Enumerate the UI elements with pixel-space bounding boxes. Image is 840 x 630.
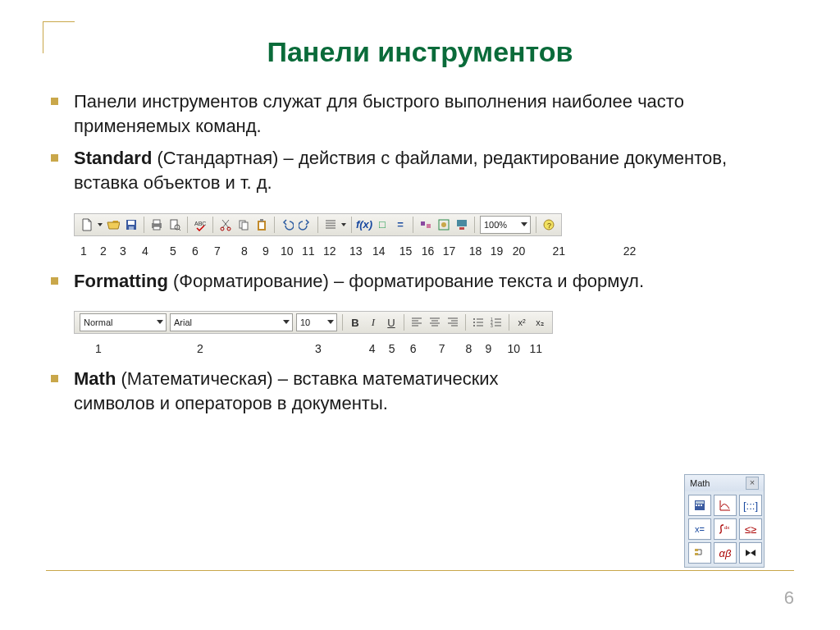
formatting-toolbar: Normal Arial 10 B I U 123 x² x₂ (74, 311, 553, 334)
calculator-icon[interactable] (688, 495, 711, 516)
separator (144, 217, 144, 233)
new-doc-icon[interactable] (78, 216, 96, 234)
font-value: Arial (174, 317, 192, 327)
svg-rect-16 (421, 221, 425, 226)
boolean-icon[interactable]: ≤≥ (739, 518, 762, 540)
separator (509, 314, 509, 331)
math-palette: Math × [:::] x= dx ≤≥ αβ (684, 474, 765, 568)
print-icon[interactable] (148, 216, 166, 234)
standard-toolbar: ABC f(x) □ = 100% ? (74, 213, 562, 236)
function-icon[interactable]: f(x) (355, 216, 373, 234)
bullet-list: Math (Математическая) – вставка математи… (46, 367, 555, 415)
math-palette-titlebar[interactable]: Math × (685, 475, 764, 491)
svg-rect-15 (260, 219, 263, 221)
symbolic-icon[interactable] (739, 542, 762, 564)
slide-title: Панели инструментов (46, 36, 794, 68)
svg-rect-33 (698, 504, 700, 506)
svg-rect-21 (459, 227, 464, 230)
separator (351, 217, 352, 233)
bullets-icon[interactable] (469, 313, 487, 331)
svg-point-26 (473, 325, 475, 326)
component-icon[interactable] (417, 216, 435, 234)
align-center-icon[interactable] (426, 313, 444, 331)
style-value: Normal (84, 317, 112, 327)
formatting-index-row: 1 2 3 456 7 89 1011 (74, 342, 794, 355)
matrix-icon[interactable]: [:::] (739, 495, 762, 516)
greek-icon[interactable]: αβ (714, 542, 737, 564)
bullet-bold: Formatting (74, 271, 168, 291)
evaluation-icon[interactable]: x= (688, 518, 711, 540)
separator (465, 314, 466, 331)
corner-decoration (43, 21, 75, 53)
svg-point-25 (473, 322, 475, 323)
underline-icon[interactable]: U (382, 313, 400, 331)
equals-icon[interactable]: = (391, 216, 409, 234)
footer-rule (46, 570, 794, 571)
svg-rect-1 (128, 221, 135, 225)
svg-rect-20 (457, 220, 467, 226)
separator (342, 314, 343, 331)
superscript-icon[interactable]: x² (513, 313, 531, 331)
fontsize-combo[interactable]: 10 (296, 313, 337, 331)
svg-rect-5 (153, 226, 160, 230)
align-icon[interactable] (322, 216, 340, 234)
fontsize-value: 10 (300, 317, 310, 327)
copy-icon[interactable] (235, 216, 253, 234)
style-combo[interactable]: Normal (80, 313, 167, 331)
svg-rect-17 (427, 224, 431, 228)
cut-icon[interactable] (217, 216, 235, 234)
standard-index-row: 1234 567 89101112 1314 151617 181920 21 … (74, 244, 794, 258)
bullet-text: (Стандартная) – действия с файлами, реда… (74, 148, 727, 193)
bullet-text: (Форматирование) – форматирование текста… (168, 271, 644, 291)
bullet-item: Панели инструментов служат для быстрого … (46, 89, 794, 138)
svg-rect-37 (695, 553, 698, 555)
separator (317, 217, 318, 233)
slide: Панели инструментов Панели инструментов … (0, 0, 840, 630)
svg-point-19 (441, 222, 446, 227)
programming-icon[interactable] (688, 542, 711, 564)
spellcheck-icon[interactable]: ABC (191, 216, 209, 234)
graph-icon[interactable] (714, 495, 737, 516)
svg-rect-36 (695, 549, 698, 551)
insert-object-icon[interactable] (435, 216, 453, 234)
svg-text:3: 3 (491, 323, 493, 328)
undo-icon[interactable] (278, 216, 296, 234)
help-icon[interactable]: ? (540, 216, 558, 234)
separator (274, 217, 275, 233)
bullet-item: Math (Математическая) – вставка математи… (46, 367, 555, 415)
svg-rect-14 (259, 222, 264, 229)
bullet-item: Standard (Стандартная) – действия с файл… (46, 146, 794, 194)
svg-text:dx: dx (724, 525, 729, 530)
print-preview-icon[interactable] (166, 216, 184, 234)
svg-text:ABC: ABC (194, 221, 206, 226)
unit-icon[interactable]: □ (373, 216, 391, 234)
calculus-icon[interactable]: dx (714, 518, 737, 540)
zoom-combo[interactable]: 100% (480, 216, 531, 234)
align-dropdown[interactable] (340, 216, 348, 234)
redo-icon[interactable] (296, 216, 314, 234)
paste-icon[interactable] (253, 216, 271, 234)
close-icon[interactable]: × (746, 477, 759, 490)
bullet-bold: Standard (74, 148, 152, 168)
numbering-icon[interactable]: 123 (487, 313, 505, 331)
bullet-bold: Math (74, 368, 116, 389)
italic-icon[interactable]: I (364, 313, 382, 331)
save-icon[interactable] (122, 216, 140, 234)
font-combo[interactable]: Arial (170, 313, 293, 331)
bullet-list: Formatting (Форматирование) – форматиров… (46, 269, 794, 294)
svg-point-24 (473, 318, 475, 320)
page-number: 6 (784, 587, 794, 609)
subscript-icon[interactable]: x₂ (531, 313, 549, 331)
insert-component-icon[interactable] (453, 216, 471, 234)
bold-icon[interactable]: B (346, 313, 364, 331)
separator (404, 314, 404, 331)
align-right-icon[interactable] (444, 313, 462, 331)
separator (212, 217, 213, 233)
new-doc-dropdown[interactable] (96, 216, 104, 234)
bullet-item: Formatting (Форматирование) – форматиров… (46, 269, 794, 294)
open-icon[interactable] (104, 216, 122, 234)
svg-rect-12 (242, 222, 248, 230)
svg-rect-2 (129, 226, 134, 230)
align-left-icon[interactable] (408, 313, 426, 331)
svg-rect-31 (696, 501, 704, 504)
